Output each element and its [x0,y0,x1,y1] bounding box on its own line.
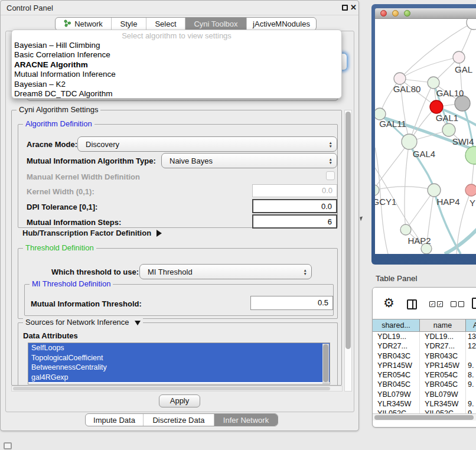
dpi-tolerance-field[interactable]: 0.0 [252,199,337,213]
table-horizontal-scrollbar[interactable] [373,413,476,420]
tab-network[interactable]: Network [56,18,111,30]
mi-algorithm-type-combobox[interactable]: Naive Bayes ▲▼ [161,153,337,168]
apply-button[interactable]: Apply [159,394,200,407]
network-node-gal1[interactable] [430,100,443,113]
which-threshold-value: MI Threshold [148,268,193,276]
hub-transcription-section-toggle[interactable]: Hub/Transcription Factor Definition [22,229,162,237]
network-node-label: Y [470,198,475,208]
table-row[interactable]: YPR145WYPR145W9. [373,361,476,370]
control-panel-window: Control Panel ✕ Network S [0,0,359,431]
split-columns-icon[interactable] [407,299,417,309]
network-node-gcy1[interactable] [375,185,379,195]
table-cell: YPR145W [373,361,420,370]
algorithm-option[interactable]: Basic Correlation Inference [12,50,341,60]
table-cell: YBR043C [373,351,420,361]
select-all-checked-icon[interactable]: ✓✓ [429,301,443,307]
table-row[interactable]: YBR045CYBR045C9. [373,380,476,389]
network-edge[interactable] [401,57,459,78]
network-node-gal4[interactable] [402,134,417,149]
mi-steps-field[interactable]: 6 [252,214,337,229]
table-column-header[interactable]: shared... [373,319,420,331]
network-edge[interactable] [375,187,433,190]
close-icon[interactable]: ✕ [350,3,357,12]
table-header-row: shared...nameA [373,319,476,332]
close-traffic-light-icon[interactable] [380,10,387,17]
network-graph: GALGAL80GAL10GAL1GAL11SWI4GAL4GCY1HAP4YH… [375,19,476,254]
network-edge[interactable] [375,142,409,190]
table-row[interactable]: YER054CYER054C8. [373,370,476,380]
gear-icon[interactable]: ⚙ [383,296,395,310]
stepper-arrows-icon: ▲▼ [329,158,332,164]
settings-scrollbar[interactable] [344,110,352,392]
kernel-width-field[interactable]: 0.0 [252,184,337,197]
table-panel-window: ⚙ ✓✓ shared...nameA YDL19...YDL19...13YD… [372,287,476,428]
tab-cyni-toolbox[interactable]: Cyni Toolbox [185,18,246,30]
table-row[interactable]: YDR27...YDR27...12 [373,341,476,351]
table-cell: YLR345W [420,399,466,409]
table-cell: YBR045C [373,380,420,389]
table-cell: YIL052C [373,409,420,413]
data-attribute-item[interactable]: gal4RGexp [28,373,330,383]
network-node-swi4[interactable] [442,123,455,136]
table-row[interactable]: YBL079WYBL079W [373,390,476,399]
mi-threshold-label: Mutual Information Threshold: [31,299,142,308]
table-cell [466,351,476,361]
collapse-arrow-icon[interactable] [135,321,141,325]
table-row[interactable]: YDL19...YDL19...13 [373,332,476,341]
tab-style[interactable]: Style [111,18,146,30]
manual-kernel-width-checkbox[interactable] [326,171,335,180]
table-row[interactable]: YIL052CYIL052C9 [373,409,476,413]
network-node-gal80[interactable] [394,73,406,84]
data-attribute-item[interactable]: SelfLoops [28,343,330,353]
algorithm-option[interactable]: Dream8 DC_TDC Algorithm [12,89,341,99]
data-attribute-item[interactable]: BetweennessCentrality [28,363,330,373]
tab-jactivemnodules[interactable]: jActiveMNodules [246,18,316,30]
network-edge[interactable] [405,142,409,229]
network-node-y[interactable] [465,184,476,196]
network-node[interactable] [465,146,476,164]
tab-infer-network[interactable]: Infer Network [214,414,278,426]
cyni-algorithm-settings-group: Cyni Algorithm Settings Algorithm Defini… [11,110,342,386]
table-cell: 13 [466,332,476,341]
data-attribute-item[interactable]: TopologicalCoefficient [28,353,330,363]
network-node-gal10[interactable] [428,77,439,89]
deselect-all-unchecked-icon[interactable] [451,301,464,307]
network-canvas[interactable]: GALGAL80GAL10GAL1GAL11SWI4GAL4GCY1HAP4YH… [375,19,476,254]
network-node[interactable] [467,19,476,30]
algorithm-option[interactable]: ARACNE Algorithm [12,60,341,70]
float-window-icon[interactable] [342,5,348,11]
minimize-traffic-light-icon[interactable] [392,10,399,17]
tab-impute-data[interactable]: Impute Data [86,414,143,426]
network-node-hap4[interactable] [428,184,441,197]
which-threshold-combobox[interactable]: MI Threshold ▲▼ [139,264,312,279]
data-attributes-list[interactable]: SelfLoopsTopologicalCoefficientBetweenne… [28,343,330,384]
network-window-titlebar[interactable] [375,8,476,19]
table-column-header[interactable]: A [466,319,476,331]
algorithm-option[interactable]: Mutual Information Inference [12,70,341,79]
tab-select[interactable]: Select [146,18,185,30]
mi-threshold-definition-group: MI Threshold Definition Mutual Informati… [24,284,334,316]
tab-select-label: Select [155,19,176,28]
stepper-arrows-icon: ▲▼ [329,141,332,148]
zoom-traffic-light-icon[interactable] [404,10,410,17]
network-node-hap2[interactable] [400,224,411,235]
network-node-label: GAL [455,64,472,74]
document-icon[interactable] [472,298,476,309]
settings-horizontal-scrollbar[interactable] [11,386,343,392]
control-panel-title: Control Panel [6,4,53,12]
sources-title: Sources for Network Inference [23,318,143,327]
minimized-window-icon[interactable] [4,442,12,449]
algorithm-option[interactable]: Bayesian – Hill Climbing [12,41,341,50]
aracne-mode-combobox[interactable]: Discovery ▲▼ [77,136,337,152]
table-row[interactable]: YLR345WYLR345W9. [373,399,476,409]
attributes-scrollbar[interactable] [322,344,329,384]
algorithm-option[interactable]: Bayesian – K2 [12,80,341,89]
mi-threshold-field[interactable]: 0.5 [250,296,333,310]
tab-discretize-data[interactable]: Discretize Data [143,414,214,426]
network-node-gal11[interactable] [375,108,386,120]
network-node-gal[interactable] [453,51,465,63]
dpi-tolerance-label: DPI Tolerance [0,1]: [27,203,97,211]
network-edge[interactable] [406,190,434,229]
table-column-header[interactable]: name [420,319,466,331]
table-row[interactable]: YBR043CYBR043C [373,351,476,361]
